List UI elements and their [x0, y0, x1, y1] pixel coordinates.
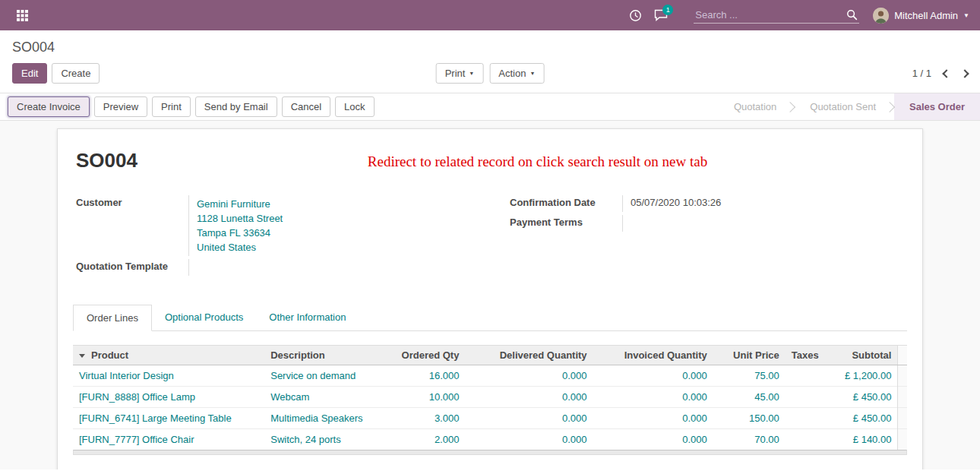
user-menu[interactable]: Mitchell Admin ▼ — [873, 8, 969, 24]
cell-unit-price[interactable]: 75.00 — [713, 365, 786, 387]
table-row[interactable]: [FURN_7777] Office Chair Switch, 24 port… — [73, 429, 907, 450]
table-scroll-gutter — [898, 365, 907, 387]
customer-label: Customer — [76, 195, 188, 256]
cell-subtotal[interactable]: £ 140.00 — [830, 429, 898, 450]
user-menu-caret-icon: ▼ — [963, 12, 969, 19]
chevron-down-icon: ▼ — [469, 71, 474, 76]
cell-subtotal[interactable]: £ 450.00 — [830, 408, 898, 429]
table-row[interactable]: [FURN_8888] Office Lamp Webcam 10.000 0.… — [73, 387, 907, 408]
confirmation-date-label: Confirmation Date — [510, 195, 622, 212]
cell-description[interactable]: Service on demand — [264, 365, 380, 387]
col-subtotal[interactable]: Subtotal — [830, 346, 898, 365]
statusbar: Create Invoice Preview Print Send by Ema… — [0, 93, 980, 121]
cell-delivered-quantity[interactable]: 0.000 — [465, 365, 593, 387]
customer-country[interactable]: United States — [197, 240, 484, 254]
user-name: Mitchell Admin — [894, 10, 958, 21]
col-delivered-quantity[interactable]: Delivered Quantity — [465, 346, 593, 365]
edit-button[interactable]: Edit — [12, 63, 47, 84]
cell-invoiced-quantity[interactable]: 0.000 — [593, 387, 713, 408]
cell-subtotal[interactable]: £ 1,200.00 — [830, 365, 898, 387]
col-product[interactable]: Product — [73, 346, 264, 365]
customer-name-link[interactable]: Gemini Furniture — [197, 197, 484, 211]
search-input[interactable] — [695, 9, 846, 21]
cell-delivered-quantity[interactable]: 0.000 — [465, 387, 593, 408]
cell-subtotal[interactable]: £ 450.00 — [830, 387, 898, 408]
quotation-template-value[interactable] — [188, 259, 492, 276]
action-dropdown-button[interactable]: Action▼ — [489, 63, 544, 84]
form-sheet: SO004 Redirect to related record on clic… — [57, 128, 923, 469]
cell-taxes[interactable] — [786, 408, 830, 429]
table-scroll-gutter — [898, 408, 907, 429]
col-invoiced-quantity[interactable]: Invoiced Quantity — [593, 346, 713, 365]
payment-terms-value[interactable] — [622, 215, 907, 232]
avatar — [873, 8, 889, 24]
messages-icon[interactable]: 1 — [648, 4, 674, 27]
cell-taxes[interactable] — [786, 429, 830, 450]
cell-product-link[interactable]: [FURN_8888] Office Lamp — [73, 387, 264, 408]
cell-product-link[interactable]: [FURN_6741] Large Meeting Table — [73, 408, 264, 429]
cell-unit-price[interactable]: 150.00 — [713, 408, 786, 429]
table-bottom-strip — [73, 450, 907, 455]
cell-delivered-quantity[interactable]: 0.000 — [465, 408, 593, 429]
tab-optional-products[interactable]: Optional Products — [152, 305, 256, 330]
print-dropdown-button[interactable]: Print▼ — [436, 63, 484, 84]
lock-button[interactable]: Lock — [335, 96, 374, 117]
cell-invoiced-quantity[interactable]: 0.000 — [593, 429, 713, 450]
global-search — [694, 7, 859, 24]
cell-invoiced-quantity[interactable]: 0.000 — [593, 365, 713, 387]
cell-ordered-qty[interactable]: 2.000 — [380, 429, 465, 450]
cell-product-link[interactable]: Virtual Interior Design — [73, 365, 264, 387]
status-step-sales-order[interactable]: Sales Order — [894, 93, 980, 120]
tab-other-information[interactable]: Other Information — [256, 305, 359, 330]
cell-taxes[interactable] — [786, 365, 830, 387]
cell-delivered-quantity[interactable]: 0.000 — [465, 429, 593, 450]
cell-taxes[interactable] — [786, 387, 830, 408]
cell-invoiced-quantity[interactable]: 0.000 — [593, 408, 713, 429]
cell-unit-price[interactable]: 70.00 — [713, 429, 786, 450]
content-area: SO004 Redirect to related record on clic… — [0, 121, 980, 469]
search-icon[interactable] — [846, 9, 858, 21]
pager-next-icon[interactable] — [960, 69, 969, 77]
breadcrumb: SO004 — [12, 40, 55, 55]
pager-previous-icon[interactable] — [942, 69, 950, 77]
customer-city[interactable]: Tampa FL 33634 — [197, 226, 484, 240]
customer-value: Gemini Furniture 1128 Lunetta Street Tam… — [188, 195, 492, 256]
order-lines-body: Virtual Interior Design Service on deman… — [73, 365, 907, 450]
cell-unit-price[interactable]: 45.00 — [713, 387, 786, 408]
col-description[interactable]: Description — [264, 346, 380, 365]
print-button[interactable]: Print — [152, 96, 191, 117]
apps-grid-icon[interactable] — [11, 4, 33, 27]
send-by-email-button[interactable]: Send by Email — [195, 96, 277, 117]
table-header-row: Product Description Ordered Qty Delivere… — [73, 346, 907, 365]
control-panel: Edit Create Print▼ Action▼ 1 / 1 — [0, 57, 980, 93]
chevron-down-icon: ▼ — [530, 71, 535, 76]
top-navbar: 1 Mitchell Admin ▼ — [0, 0, 980, 30]
table-row[interactable]: Virtual Interior Design Service on deman… — [73, 365, 907, 387]
cell-description[interactable]: Webcam — [264, 387, 380, 408]
cell-product-link[interactable]: [FURN_7777] Office Chair — [73, 429, 264, 450]
cell-description[interactable]: Multimedia Speakers — [264, 408, 380, 429]
create-invoice-button[interactable]: Create Invoice — [8, 96, 90, 117]
col-unit-price[interactable]: Unit Price — [713, 346, 786, 365]
confirmation-date-value: 05/07/2020 10:03:26 — [622, 195, 907, 212]
status-step-quotation-sent[interactable]: Quotation Sent — [795, 93, 891, 120]
tab-order-lines[interactable]: Order Lines — [73, 305, 152, 331]
cell-description[interactable]: Switch, 24 ports — [264, 429, 380, 450]
col-ordered-qty[interactable]: Ordered Qty — [380, 346, 465, 365]
cell-ordered-qty[interactable]: 3.000 — [380, 408, 465, 429]
customer-street[interactable]: 1128 Lunetta Street — [197, 211, 484, 226]
sort-caret-icon — [79, 354, 85, 358]
cancel-button[interactable]: Cancel — [282, 96, 330, 117]
preview-button[interactable]: Preview — [94, 96, 147, 117]
status-step-quotation[interactable]: Quotation — [719, 93, 792, 120]
pager: 1 / 1 — [912, 68, 968, 79]
cell-ordered-qty[interactable]: 16.000 — [380, 365, 465, 387]
col-taxes[interactable]: Taxes — [786, 346, 830, 365]
annotation-text: Redirect to related record on click sear… — [138, 149, 907, 170]
table-row[interactable]: [FURN_6741] Large Meeting Table Multimed… — [73, 408, 907, 429]
messages-count-badge: 1 — [662, 5, 673, 15]
status-steps: Quotation Quotation Sent Sales Order — [719, 93, 980, 120]
create-button[interactable]: Create — [52, 63, 100, 84]
activities-clock-icon[interactable] — [622, 4, 648, 27]
cell-ordered-qty[interactable]: 10.000 — [380, 387, 465, 408]
